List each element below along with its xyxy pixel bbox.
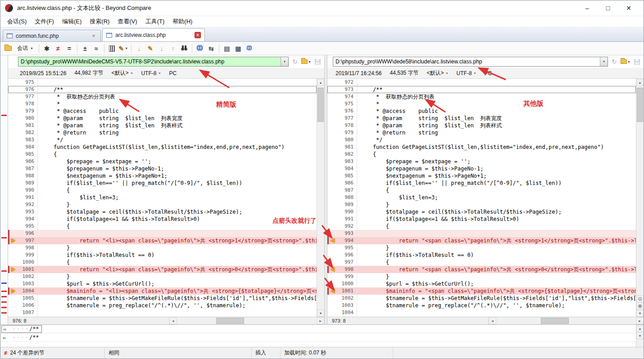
menu-tools[interactable]: 工具(T) xyxy=(141,16,169,27)
diff-mark[interactable] xyxy=(1,237,7,238)
menu-view[interactable]: 查看(V) xyxy=(113,16,141,27)
code-line-975[interactable]: 975 xyxy=(8,79,317,86)
code-line-977[interactable]: 977 * 获取静态的分页列表 xyxy=(8,93,317,100)
code-line-997[interactable]: 997 return "<li><span class=\"pageinfo\"… xyxy=(8,237,317,244)
code-line-982[interactable]: 982 { xyxy=(327,151,636,158)
minimize-button[interactable]: – xyxy=(577,0,598,16)
left-encoding-dropdown[interactable]: UTF-8▼ xyxy=(141,70,161,76)
left-vscroll-thumb[interactable] xyxy=(317,88,324,122)
code-line-992[interactable]: 992 { xyxy=(327,223,636,230)
code-line-999[interactable]: 999 if($this->TotalResult == 0) xyxy=(8,251,317,259)
menu-file[interactable]: 文件(F) xyxy=(31,16,58,27)
diff-mark[interactable] xyxy=(1,307,7,308)
code-line-993[interactable]: 993 $totalpage = ceil($this->TotalResult… xyxy=(8,208,317,215)
menu-session[interactable]: 会话(S) xyxy=(3,16,31,27)
scroll-left-icon[interactable]: ◄ xyxy=(169,317,177,324)
right-hscroll-track[interactable] xyxy=(496,317,636,324)
left-format-dropdown[interactable]: <默认>▼ xyxy=(111,69,133,77)
tab-close-icon[interactable]: ✕ xyxy=(195,32,201,38)
right-save-icon[interactable] xyxy=(632,57,642,67)
code-line-990[interactable]: 990 $totalpage = ceil($this->TotalResult… xyxy=(327,208,636,215)
code-line-1000[interactable]: 1000 $purl = $this->GetCurUrl(); xyxy=(327,280,636,287)
code-line-985[interactable]: 985 $nextpagenum = $this->PageNo+1; xyxy=(327,172,636,180)
code-line-1003[interactable]: 1003 $tnamerule = preg_replace("/^(.*)\/… xyxy=(327,302,636,309)
detail-scrollbar[interactable]: ▲ ▼ xyxy=(636,325,644,348)
view-alignment-button[interactable]: ▦ xyxy=(233,43,244,54)
left-horizontal-scrollbar[interactable]: ◄ ► xyxy=(169,317,324,324)
scroll-right-icon[interactable]: ► xyxy=(636,317,644,324)
menu-help[interactable]: 帮助(H) xyxy=(168,16,196,27)
code-line-984[interactable]: 984 function GetPageListST($list_len,$li… xyxy=(8,144,317,151)
code-line-1001[interactable]: 1001 return "<li><span class=\"pageinfo\… xyxy=(8,266,317,273)
scroll-up-icon[interactable]: ▲ xyxy=(317,79,324,86)
code-line-1007[interactable]: 1007 xyxy=(8,309,317,316)
code-line-990[interactable]: 990 { xyxy=(8,187,317,194)
code-line-981[interactable]: 981 function GetPageListST($list_len,$li… xyxy=(327,144,636,151)
scroll-up-icon[interactable]: ▲ xyxy=(636,325,644,332)
code-line-989[interactable]: 989 if($list_len=='' || preg_match("/[^0… xyxy=(8,180,317,187)
code-line-998[interactable]: 998 return "<span class=\"pageinfo\">共 <… xyxy=(327,266,636,273)
tab-common-func-php[interactable]: common.func.php✕ xyxy=(3,30,101,41)
code-line-986[interactable]: 986 if($list_len=='' || preg_match("/[^0… xyxy=(327,180,636,187)
right-vscroll-track[interactable] xyxy=(636,86,644,295)
code-line-995[interactable]: 995 } xyxy=(327,244,636,251)
code-line-1001[interactable]: 1001 $maininfo = "<span class=\"pageinfo… xyxy=(327,287,636,295)
code-line-994[interactable]: 994 if($totalpage<=1 && $this->TotalResu… xyxy=(8,215,317,223)
code-line-978[interactable]: 978 * xyxy=(8,100,317,108)
session-menu-button[interactable]: 会话▼ xyxy=(14,43,36,54)
right-reload-icon[interactable]: ↻ xyxy=(609,57,619,67)
left-path-dropdown-icon[interactable]: ▼ xyxy=(281,57,288,66)
close-button[interactable]: ✕ xyxy=(618,0,639,16)
code-line-1005[interactable]: 1005 $tnamerule = $this->GetMakeFileRule… xyxy=(8,295,317,302)
view-panes-button[interactable]: ▤ xyxy=(222,43,232,54)
code-line-995[interactable]: 995 { xyxy=(8,223,317,230)
copy-to-left-arrow-icon[interactable] xyxy=(331,267,335,272)
show-context-button[interactable]: ± xyxy=(80,43,91,54)
copy-to-left-arrow-icon[interactable] xyxy=(331,289,335,293)
code-line-975[interactable]: 975 * xyxy=(327,100,636,108)
code-line-999[interactable]: 999 } xyxy=(327,273,636,280)
code-line-978[interactable]: 978 * @param string $list_len 列表样式 xyxy=(327,122,636,129)
left-hscroll-thumb[interactable] xyxy=(216,318,244,324)
diff-mark[interactable] xyxy=(1,283,7,284)
code-line-973[interactable]: 973 /** xyxy=(327,86,636,93)
show-all-button[interactable]: ✱ xyxy=(41,43,52,54)
code-line-993[interactable]: 993 xyxy=(327,230,636,237)
show-differences-button[interactable]: ≠ xyxy=(53,43,63,54)
code-line-985[interactable]: 985 { xyxy=(8,151,317,158)
code-line-1002[interactable]: 1002 $tnamerule = $this->GetMakeFileRule… xyxy=(327,295,636,302)
right-vertical-scrollbar[interactable]: ▲ ⊙ ⊕ ▼ xyxy=(636,79,644,317)
code-line-988[interactable]: 988 $list_len=3; xyxy=(327,194,636,201)
copy-to-right-arrow-icon[interactable] xyxy=(11,267,15,272)
right-encoding-dropdown[interactable]: UTF-8▼ xyxy=(457,70,476,76)
show-same-button[interactable]: = xyxy=(64,43,75,54)
code-line-1000[interactable]: 1000 { xyxy=(8,259,317,266)
copy-to-right-arrow-icon[interactable] xyxy=(11,289,15,293)
copy-to-left-arrow-icon[interactable] xyxy=(331,238,335,243)
tab-arc-listview-class-php[interactable]: arc.listview.class.php✕ xyxy=(102,28,205,41)
code-line-974[interactable]: 974 * 获取静态的分页列表 xyxy=(327,93,636,100)
right-path-dropdown-icon[interactable]: ▼ xyxy=(600,57,608,66)
code-line-976[interactable]: 976 /** xyxy=(8,86,317,93)
code-line-989[interactable]: 989 } xyxy=(327,201,636,208)
code-line-980[interactable]: 980 * @param string $list_len 列表宽度 xyxy=(8,115,317,122)
expand-sections-button[interactable]: ⊕ xyxy=(636,302,644,310)
code-line-976[interactable]: 976 * @access public xyxy=(327,108,636,115)
maximize-button[interactable]: □ xyxy=(598,0,618,16)
right-browse-folder-icon[interactable]: ▼ xyxy=(621,57,630,67)
code-line-997[interactable]: 997 { xyxy=(327,259,636,266)
edit-button[interactable]: ✎ xyxy=(145,43,156,54)
code-line-979[interactable]: 979 * @return string xyxy=(327,129,636,136)
code-line-972[interactable]: 972 xyxy=(327,79,636,86)
swap-sides-button[interactable]: ⇆ xyxy=(206,43,217,54)
right-hscroll-thumb[interactable] xyxy=(541,318,569,324)
code-line-998[interactable]: 998 } xyxy=(8,244,317,251)
left-reload-icon[interactable]: ↻ xyxy=(290,57,300,67)
scroll-right-icon[interactable]: ► xyxy=(317,317,324,324)
find-button[interactable] xyxy=(179,43,190,54)
tab-close-icon[interactable]: ✕ xyxy=(91,33,97,39)
pane-splitter[interactable] xyxy=(324,55,327,324)
diff-mark[interactable] xyxy=(1,115,7,116)
detail-line-1[interactable]: ⇒····/** xyxy=(0,325,644,333)
scroll-down-icon[interactable]: ▼ xyxy=(317,310,324,317)
